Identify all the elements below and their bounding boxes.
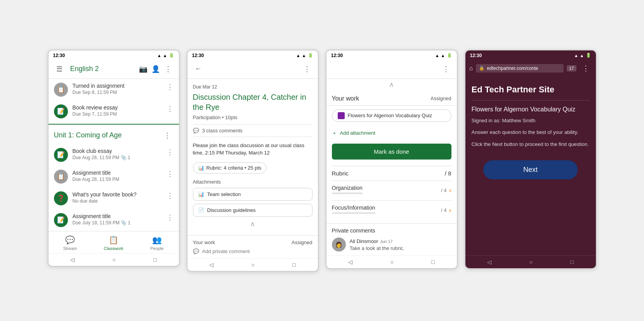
system-bar-3: ◁ ○ □ (326, 255, 457, 268)
battery-icon-3: 🔋 (447, 53, 452, 58)
tab-count[interactable]: 17 (567, 65, 576, 71)
status-bar-3: 12:30 ▲ ▲ 🔋 (326, 50, 457, 60)
time-2: 12:30 (192, 53, 204, 58)
signal-icon: ▲ (163, 53, 167, 58)
back-icon-1[interactable]: ◁ (70, 257, 75, 263)
rubric-row-org[interactable]: Organization / 4 › (332, 180, 451, 200)
rubric-chip[interactable]: 📊 Rubric: 4 criteria • 25 pts (193, 162, 267, 174)
detail-main: Due Mar 12 Discussion Chapter 4, Catcher… (187, 79, 318, 235)
recent-icon-sys-3[interactable]: □ (431, 259, 434, 265)
assignment-title-2: Discussion Chapter 4, Catcher in the Rye (193, 92, 312, 112)
collapse-arrow-3[interactable]: ∧ (326, 80, 457, 89)
home-icon-sys-3[interactable]: ○ (391, 259, 394, 265)
home-icon-sys-4[interactable]: ○ (529, 259, 533, 265)
rubric-focus-bar (332, 212, 375, 214)
item-menu-6[interactable]: ⋮ (167, 213, 174, 222)
list-item[interactable]: 📋 Assignment title Due Aug 28, 11:59 PM … (49, 166, 179, 187)
item-menu-5[interactable]: ⋮ (167, 191, 174, 200)
rubric-section: Rubric / 8 Organization / 4 › Focus/In (326, 163, 457, 223)
quiz-title-web: Flowers for Algernon Vocabulary Quiz (472, 106, 590, 113)
item-menu-2[interactable]: ⋮ (167, 104, 174, 113)
list-item[interactable]: ❓ What's your favorite book? No due date… (49, 187, 179, 209)
add-attachment-label: Add attachment (340, 130, 375, 136)
back-icon-sys-4[interactable]: ◁ (487, 259, 491, 265)
nav-item-people[interactable]: 👥 People (135, 231, 179, 253)
signal-icon-2: ▲ (302, 53, 306, 58)
home-icon-1[interactable]: ○ (113, 257, 116, 263)
status-bar-1: 12:30 ▲ ▲ 🔋 (49, 50, 179, 60)
attachments-label: Attachments (193, 179, 312, 185)
camera-icon[interactable]: 👤 (149, 63, 162, 75)
your-work-label-2: Your work (193, 239, 215, 245)
signal-icon-3: ▲ (441, 53, 445, 58)
quiz-chip[interactable]: Flowers for Algernon Vocabulary Quiz (332, 109, 451, 122)
rubric-row-focus[interactable]: Focus/Information / 4 › (332, 200, 451, 220)
add-attachment-btn[interactable]: ＋ Add attachment (326, 126, 457, 141)
work-header-3: Your work Assigned (326, 90, 457, 106)
home-icon-sys-2[interactable]: ○ (252, 262, 255, 268)
mark-done-button[interactable]: Mark as done (332, 144, 451, 160)
browser-bar: ⌂ 🔒 edtechpartner.com/conte 17 ⋮ (465, 60, 596, 77)
item-title-5: What's your favorite book? (73, 191, 162, 198)
screens-container: 12:30 ▲ ▲ 🔋 ☰ English 2 📷 👤 ⋮ 📋 Turned i… (48, 50, 597, 272)
status-bar-2: 12:30 ▲ ▲ 🔋 (187, 50, 318, 60)
url-bar[interactable]: 🔒 edtechpartner.com/conte (476, 64, 564, 73)
list-item[interactable]: 📝 Book club essay Due Aug 28, 11:59 PM 📎… (49, 144, 179, 166)
rubric-focus-label: Focus/Information (332, 205, 375, 211)
hamburger-icon[interactable]: ☰ (53, 63, 66, 75)
more-icon-1[interactable]: ⋮ (162, 63, 174, 75)
back-button-2[interactable]: ← (192, 63, 205, 75)
rubric-chip-label: Rubric: 4 criteria • 25 pts (207, 165, 262, 171)
more-icon-3[interactable]: ⋮ (440, 63, 452, 75)
item-icon-turned-in: 📋 (54, 83, 68, 97)
item-title-6: Assignment title (73, 213, 162, 219)
signed-in-text: Signed in as: Matthew Smith (472, 117, 590, 125)
back-icon-sys-2[interactable]: ◁ (209, 262, 214, 268)
recent-icon-sys-2[interactable]: □ (292, 262, 295, 268)
video-icon[interactable]: 📷 (137, 63, 149, 75)
item-subtitle-4: Due Aug 28, 11:59 PM (73, 177, 162, 182)
phone-screen-1: 12:30 ▲ ▲ 🔋 ☰ English 2 📷 👤 ⋮ 📋 Turned i… (48, 50, 180, 267)
back-icon-sys-3[interactable]: ◁ (348, 259, 352, 265)
list-item[interactable]: 📋 Turned in assignment Due Sep 8, 11:59 … (49, 79, 179, 101)
rubric-header: Rubric / 8 (332, 166, 451, 180)
wifi-icon-2: ▲ (296, 53, 300, 58)
item-menu-3[interactable]: ⋮ (167, 148, 174, 156)
attachment-icon-2: 📄 (198, 207, 204, 213)
item-content-assign2: Assignment title Due July 18, 11:59 PM 📎… (73, 213, 162, 226)
nav-item-classwork[interactable]: 📋 Classwork (92, 231, 135, 253)
attachment-discussion-guidelines[interactable]: 📄 Discussion guidelines (193, 204, 312, 217)
item-icon-assign2: 📝 (54, 213, 68, 227)
item-content-book-review: Book review essay Due Sep 7, 11:59 PM (73, 104, 162, 117)
more-icon-2[interactable]: ⋮ (301, 63, 313, 75)
recent-icon-1[interactable]: □ (153, 257, 156, 263)
rubric-org-content: Organization (332, 185, 363, 196)
collapse-arrow-2[interactable]: ∧ (193, 220, 312, 228)
detail-header-3: ⋮ (326, 60, 457, 79)
chevron-right-focus: › (449, 206, 451, 214)
detail-header-2: ← ⋮ (187, 60, 318, 79)
attachment-team-selection[interactable]: 📊 Team selection (193, 188, 312, 201)
add-comment-row[interactable]: 💬 Add private comment (193, 248, 312, 254)
list-item[interactable]: 📝 Book review essay Due Sep 7, 11:59 PM … (49, 101, 179, 122)
assignment-description: Please join the class discussion at our … (193, 142, 312, 157)
phone-screen-3: 12:30 ▲ ▲ 🔋 ⋮ ∧ Your work Assigned Flowe… (326, 50, 458, 269)
commenter-avatar: 👩 (332, 238, 346, 252)
next-button[interactable]: Next (483, 160, 578, 179)
web-content: Ed Tech Partner Site Flowers for Algerno… (465, 77, 596, 255)
recent-icon-sys-4[interactable]: □ (570, 259, 573, 265)
instruction2-text: Click the Next button to proceed to the … (472, 141, 590, 149)
comment-row: 👩 Ali Dinsmoor Jun 17 Take a look at the… (332, 238, 451, 252)
nav-item-stream[interactable]: 💬 Stream (49, 231, 92, 253)
comment-content: Ali Dinsmoor Jun 17 Take a look at the r… (350, 238, 451, 251)
browser-more-icon[interactable]: ⋮ (580, 62, 592, 75)
browser-home-icon[interactable]: ⌂ (469, 65, 473, 72)
item-icon-favorite: ❓ (54, 191, 68, 205)
section-title-1: Unit 1: Coming of Age (54, 131, 161, 139)
list-item[interactable]: 📝 Assignment title Due July 18, 11:59 PM… (49, 209, 179, 231)
comment-date: Jun 17 (380, 239, 393, 244)
rubric-chip-icon: 📊 (198, 165, 204, 171)
item-menu-1[interactable]: ⋮ (167, 83, 174, 91)
item-menu-4[interactable]: ⋮ (167, 170, 174, 178)
section-menu-icon[interactable]: ⋮ (161, 129, 174, 142)
